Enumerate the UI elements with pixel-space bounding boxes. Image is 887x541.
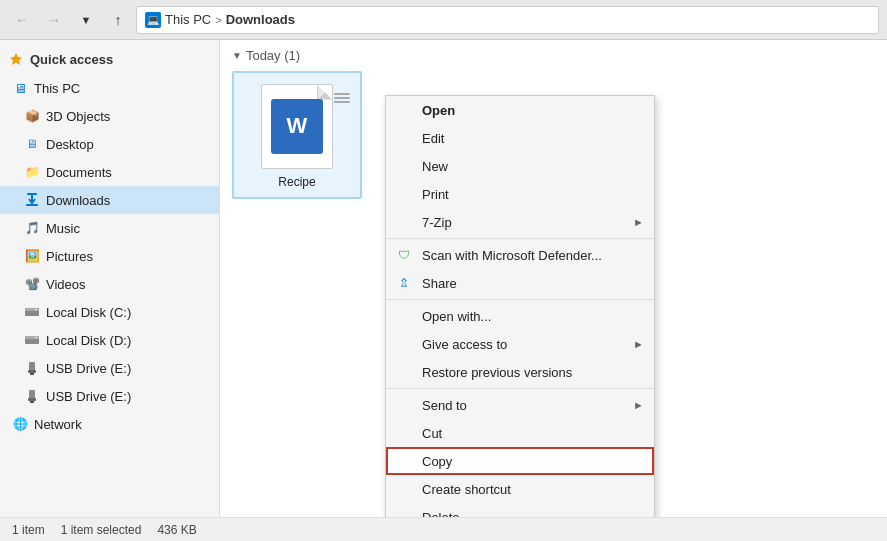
usb-e1-label: USB Drive (E:) <box>46 361 131 376</box>
desktop-label: Desktop <box>46 137 94 152</box>
word-letter: W <box>287 115 308 137</box>
desktop-icon: 🖥 <box>24 136 40 152</box>
ctx-sep-2 <box>386 299 654 300</box>
sidebar-item-videos[interactable]: 📽️ Videos <box>0 270 219 298</box>
quickaccess-icon <box>8 51 24 67</box>
svg-rect-10 <box>28 370 36 373</box>
thispc-label: This PC <box>34 81 80 96</box>
localdisk-c-icon <box>24 304 40 320</box>
word-doc-icon: W <box>261 84 333 169</box>
ctx-7zip[interactable]: 7-Zip ► <box>386 208 654 236</box>
back-button[interactable]: ← <box>8 6 36 34</box>
pc-icon: 💻 <box>145 12 161 28</box>
sidebar-item-usb-e2[interactable]: USB Drive (E:) <box>0 382 219 410</box>
usb-e1-icon <box>24 360 40 376</box>
svg-marker-0 <box>10 53 22 65</box>
3dobjects-label: 3D Objects <box>46 109 110 124</box>
status-selected: 1 item selected <box>61 523 142 537</box>
sidebar-item-desktop[interactable]: 🖥 Desktop <box>0 130 219 158</box>
svg-rect-14 <box>30 401 34 403</box>
music-label: Music <box>46 221 80 236</box>
share-icon: ⇬ <box>396 275 412 291</box>
sidebar-item-localdisk-c[interactable]: Local Disk (C:) <box>0 298 219 326</box>
localdisk-d-icon <box>24 332 40 348</box>
recent-button[interactable]: ▼ <box>72 6 100 34</box>
sidebar-item-3dobjects[interactable]: 📦 3D Objects <box>0 102 219 130</box>
word-lines <box>334 93 350 103</box>
section-title-text: Today (1) <box>246 48 300 63</box>
status-bar: 1 item 1 item selected 436 KB <box>0 517 887 541</box>
sidebar-item-network[interactable]: 🌐 Network <box>0 410 219 438</box>
status-item-count: 1 item <box>12 523 45 537</box>
status-size: 436 KB <box>157 523 196 537</box>
ctx-print[interactable]: Print <box>386 180 654 208</box>
svg-rect-1 <box>27 193 37 195</box>
main-area: Quick access 🖥 This PC 📦 3D Objects 🖥 De… <box>0 40 887 517</box>
up-button[interactable]: ↑ <box>104 6 132 34</box>
svg-rect-13 <box>28 398 36 401</box>
breadcrumb-thispc[interactable]: This PC <box>165 12 211 27</box>
ctx-edit[interactable]: Edit <box>386 124 654 152</box>
sidebar: Quick access 🖥 This PC 📦 3D Objects 🖥 De… <box>0 40 220 517</box>
downloads-label: Downloads <box>46 193 110 208</box>
thispc-icon: 🖥 <box>12 80 28 96</box>
breadcrumb-sep: > <box>215 14 221 26</box>
music-icon: 🎵 <box>24 220 40 236</box>
sidebar-item-localdisk-d[interactable]: Local Disk (D:) <box>0 326 219 354</box>
sidebar-item-music[interactable]: 🎵 Music <box>0 214 219 242</box>
nav-bar: ← → ▼ ↑ 💻 This PC > Downloads <box>0 0 887 40</box>
svg-rect-12 <box>29 390 35 399</box>
ctx-share[interactable]: ⇬ Share <box>386 269 654 297</box>
file-item-recipe[interactable]: W Recipe <box>232 71 362 199</box>
documents-label: Documents <box>46 165 112 180</box>
localdisk-c-label: Local Disk (C:) <box>46 305 131 320</box>
ctx-send-to-arrow: ► <box>633 399 644 411</box>
context-menu: Open Edit New Print 7-Zip ► 🛡 Scan with … <box>385 95 655 517</box>
svg-rect-2 <box>26 204 38 206</box>
quickaccess-label: Quick access <box>30 52 113 67</box>
word-inner: W <box>271 99 323 154</box>
videos-label: Videos <box>46 277 86 292</box>
forward-button[interactable]: → <box>40 6 68 34</box>
section-arrow-icon: ▼ <box>232 50 242 61</box>
section-title: ▼ Today (1) <box>232 48 875 63</box>
ctx-open-with[interactable]: Open with... <box>386 302 654 330</box>
file-name: Recipe <box>278 175 315 189</box>
usb-e2-label: USB Drive (E:) <box>46 389 131 404</box>
sidebar-item-quickaccess[interactable]: Quick access <box>0 44 219 74</box>
breadcrumb-current[interactable]: Downloads <box>226 12 295 27</box>
localdisk-d-label: Local Disk (D:) <box>46 333 131 348</box>
svg-rect-11 <box>30 373 34 375</box>
ctx-restore[interactable]: Restore previous versions <box>386 358 654 386</box>
sidebar-item-documents[interactable]: 📁 Documents <box>0 158 219 186</box>
file-icon-container: W <box>257 81 337 171</box>
ctx-sep-1 <box>386 238 654 239</box>
ctx-7zip-arrow: ► <box>633 216 644 228</box>
ctx-sep-3 <box>386 388 654 389</box>
svg-rect-9 <box>29 362 35 371</box>
sidebar-item-pictures[interactable]: 🖼️ Pictures <box>0 242 219 270</box>
pictures-icon: 🖼️ <box>24 248 40 264</box>
breadcrumb: 💻 This PC > Downloads <box>136 6 879 34</box>
svg-point-8 <box>35 337 37 339</box>
ctx-delete[interactable]: Delete <box>386 503 654 517</box>
ctx-create-shortcut[interactable]: Create shortcut <box>386 475 654 503</box>
scan-icon: 🛡 <box>396 247 412 263</box>
sidebar-item-thispc[interactable]: 🖥 This PC <box>0 74 219 102</box>
downloads-icon <box>24 192 40 208</box>
ctx-copy[interactable]: Copy <box>386 447 654 475</box>
videos-icon: 📽️ <box>24 276 40 292</box>
ctx-new[interactable]: New <box>386 152 654 180</box>
pictures-label: Pictures <box>46 249 93 264</box>
ctx-send-to[interactable]: Send to ► <box>386 391 654 419</box>
ctx-scan[interactable]: 🛡 Scan with Microsoft Defender... <box>386 241 654 269</box>
ctx-give-access[interactable]: Give access to ► <box>386 330 654 358</box>
ctx-cut[interactable]: Cut <box>386 419 654 447</box>
svg-point-5 <box>35 309 37 311</box>
svg-rect-7 <box>25 336 39 339</box>
sidebar-item-usb-e1[interactable]: USB Drive (E:) <box>0 354 219 382</box>
3dobjects-icon: 📦 <box>24 108 40 124</box>
svg-rect-4 <box>25 308 39 311</box>
sidebar-item-downloads[interactable]: Downloads <box>0 186 219 214</box>
ctx-open[interactable]: Open <box>386 96 654 124</box>
